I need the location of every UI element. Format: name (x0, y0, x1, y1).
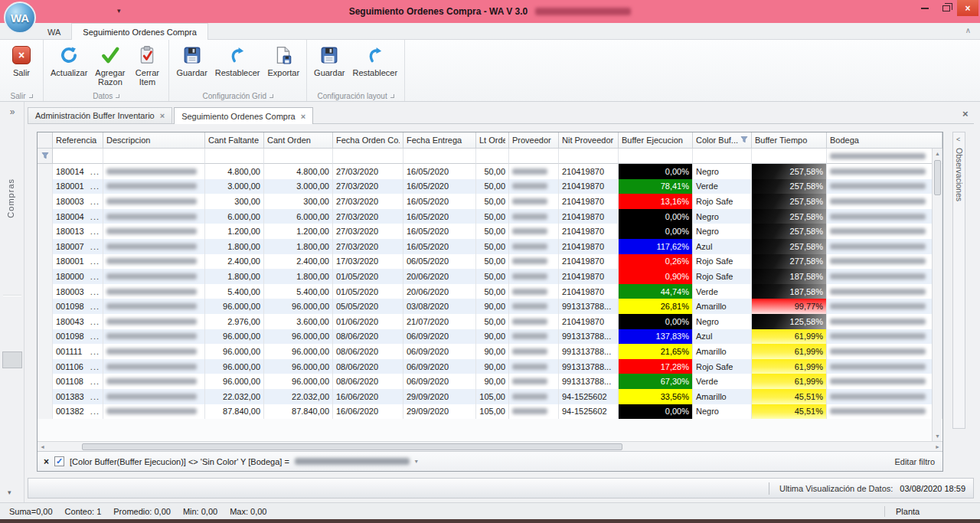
salir-button[interactable]: ×Salir (3, 42, 40, 77)
group-dialog-launcher-icon[interactable] (29, 94, 33, 98)
table-row[interactable]: 180007...1.800,001.800,0027/03/202016/05… (38, 239, 942, 254)
table-row[interactable]: 180001...2.400,002.400,0017/03/202006/05… (38, 254, 942, 270)
column-header-proveedor[interactable]: Proveedor (509, 132, 559, 149)
restablecer-button[interactable]: Restablecer (211, 42, 264, 77)
row-edit-button[interactable]: ... (87, 257, 100, 266)
row-edit-button[interactable]: ... (87, 272, 100, 281)
scroll-down-icon[interactable]: ▼ (933, 431, 942, 441)
table-row[interactable]: 180003...300,00300,0027/03/202016/05/202… (38, 194, 942, 209)
row-edit-button[interactable]: ... (87, 302, 100, 311)
filter-cell-lt_orden[interactable] (476, 149, 509, 164)
table-row[interactable]: 001383...22.032,0022.032,0016/06/202029/… (38, 389, 942, 404)
row-edit-button[interactable]: ... (87, 317, 100, 326)
restore-button[interactable] (936, 0, 957, 16)
vertical-scroll-thumb[interactable] (934, 160, 941, 195)
remove-filter-icon[interactable]: × (44, 456, 49, 467)
group-dialog-launcher-icon[interactable] (116, 94, 119, 98)
row-edit-button[interactable]: ... (87, 227, 100, 236)
table-row[interactable]: 001098...96.000,0096.000,0005/05/202003/… (38, 299, 942, 314)
filter-cell-cant_faltante[interactable] (205, 149, 264, 164)
restablecer-button[interactable]: Restablecer (348, 42, 401, 77)
minimize-button[interactable] (914, 0, 936, 16)
filter-cell-fecha_entrega[interactable] (403, 149, 476, 164)
ribbon-tab-wa[interactable]: WA (37, 24, 71, 41)
close-document-icon[interactable]: × (962, 108, 977, 119)
exportar-button[interactable]: Exportar (264, 42, 304, 77)
table-row[interactable]: 180004...6.000,006.000,0027/03/202016/05… (38, 209, 942, 224)
tab-close-icon[interactable]: × (301, 109, 305, 124)
column-header-buffer_tiempo[interactable]: Buffer Tiempo (752, 132, 827, 149)
row-edit-button[interactable]: ... (87, 212, 100, 221)
filter-cell-nit[interactable] (559, 149, 619, 164)
column-header-fecha_orden[interactable]: Fecha Orden Co... (333, 132, 403, 149)
filter-cell-descripcion[interactable] (103, 149, 205, 164)
guardar-button[interactable]: Guardar (172, 42, 211, 77)
ribbon-collapse-icon[interactable]: ∧ (965, 26, 971, 34)
row-edit-button[interactable]: ... (87, 362, 100, 371)
tab-close-icon[interactable]: × (160, 108, 165, 123)
edit-filter-button[interactable]: Editar filtro (894, 457, 935, 466)
column-header-lt_orden[interactable]: Lt Orden (476, 132, 509, 149)
sidebar-collapsed-button[interactable] (2, 351, 22, 368)
doc-tab-administración-buffer-inventario[interactable]: Administración Buffer Inventario× (28, 107, 172, 123)
doc-tab-seguimiento-ordenes-compra[interactable]: Seguimiento Ordenes Compra× (174, 107, 313, 124)
filter-dropdown-icon[interactable]: ▾ (415, 458, 418, 465)
scroll-right-icon[interactable]: ► (933, 442, 942, 451)
column-header-descripcion[interactable]: Descripcion (103, 132, 205, 149)
group-dialog-launcher-icon[interactable] (270, 94, 273, 98)
filter-cell-cant_orden[interactable] (264, 149, 333, 164)
app-logo[interactable]: WA (4, 2, 36, 34)
column-header-cant_faltante[interactable]: Cant Faltante (205, 132, 264, 149)
scroll-left-icon[interactable]: ◄ (38, 442, 47, 451)
table-row[interactable]: 001106...96.000,0096.000,0008/06/202006/… (38, 359, 942, 374)
row-edit-button[interactable]: ... (87, 287, 100, 296)
row-edit-button[interactable]: ... (87, 392, 100, 401)
close-button[interactable]: × (957, 0, 978, 16)
table-row[interactable]: 001098...96.000,0096.000,0008/06/202006/… (38, 329, 942, 345)
column-header-buffer_ejecucion[interactable]: Buffer Ejecucion (619, 132, 693, 149)
column-header-cant_orden[interactable]: Cant Orden (264, 132, 333, 149)
column-header-color_buffer[interactable]: Color Buf... (693, 132, 752, 149)
filter-expression[interactable]: [Color Buffer(Buffer Ejecucion)] <> 'Sin… (70, 457, 289, 466)
table-row[interactable]: 180043...2.976,003.600,0001/06/202021/07… (38, 314, 942, 329)
filter-cell-fecha_orden[interactable] (333, 149, 403, 164)
filter-cell-buffer_tiempo[interactable] (752, 149, 827, 164)
filter-cell-bodega[interactable] (827, 149, 942, 164)
table-row[interactable]: 001108...96.000,0096.000,0008/06/202006/… (38, 374, 942, 389)
vertical-scrollbar[interactable]: ▲ ▼ (932, 149, 942, 441)
column-header-fecha_entrega[interactable]: Fecha Entrega (403, 132, 476, 149)
right-dock-panel[interactable]: < Observaciones (952, 132, 965, 429)
filter-cell-proveedor[interactable] (509, 149, 559, 164)
ribbon-tab-seguimiento-ordenes-compra[interactable]: Seguimiento Ordenes Compra (71, 23, 208, 40)
table-row[interactable]: 001111...96.000,0096.000,0008/06/202006/… (38, 344, 942, 359)
row-edit-button[interactable]: ... (87, 197, 100, 206)
table-row[interactable]: 180000...1.800,001.800,0001/05/202020/06… (38, 269, 942, 284)
row-edit-button[interactable]: ... (87, 167, 100, 176)
column-header-referencia[interactable]: Referencia (53, 132, 103, 149)
filter-cell-buffer_ejecucion[interactable] (619, 149, 693, 164)
row-edit-button[interactable]: ... (87, 332, 100, 341)
column-filter-icon[interactable] (740, 132, 748, 148)
table-row[interactable]: 180003...5.400,005.400,0001/05/202020/06… (38, 284, 942, 299)
filter-enabled-checkbox[interactable]: ✓ (54, 456, 64, 466)
row-edit-button[interactable]: ... (87, 377, 100, 386)
expand-panel-icon[interactable]: » (5, 106, 20, 119)
table-row[interactable]: 180013...1.200,001.200,0027/03/202016/05… (38, 224, 942, 239)
column-header-nit[interactable]: Nit Proveedor (559, 132, 619, 149)
grid-filter-row[interactable] (38, 149, 942, 164)
table-row[interactable]: 180001...3.000,003.000,0027/03/202016/05… (38, 179, 942, 194)
group-dialog-launcher-icon[interactable] (390, 94, 394, 98)
row-edit-button[interactable]: ... (87, 347, 100, 356)
row-edit-button[interactable]: ... (87, 407, 100, 416)
agregar-razon-button[interactable]: Agregar Razon (91, 42, 129, 87)
table-row[interactable]: 180014...4.800,004.800,0027/03/202016/05… (38, 164, 942, 179)
scroll-up-icon[interactable]: ▲ (933, 149, 942, 159)
horizontal-scroll-thumb[interactable] (82, 443, 622, 450)
horizontal-scrollbar[interactable]: ◄ ► (38, 441, 942, 451)
row-edit-button[interactable]: ... (87, 242, 100, 251)
cerrar-item-button[interactable]: Cerrar Item (129, 42, 165, 87)
sidebar-dropdown-icon[interactable]: ▾ (8, 489, 11, 496)
table-row[interactable]: 001382...87.840,0087.840,0016/06/202029/… (38, 404, 942, 420)
filter-cell-referencia[interactable] (53, 149, 103, 164)
actualizar-button[interactable]: Actualizar (47, 42, 91, 77)
